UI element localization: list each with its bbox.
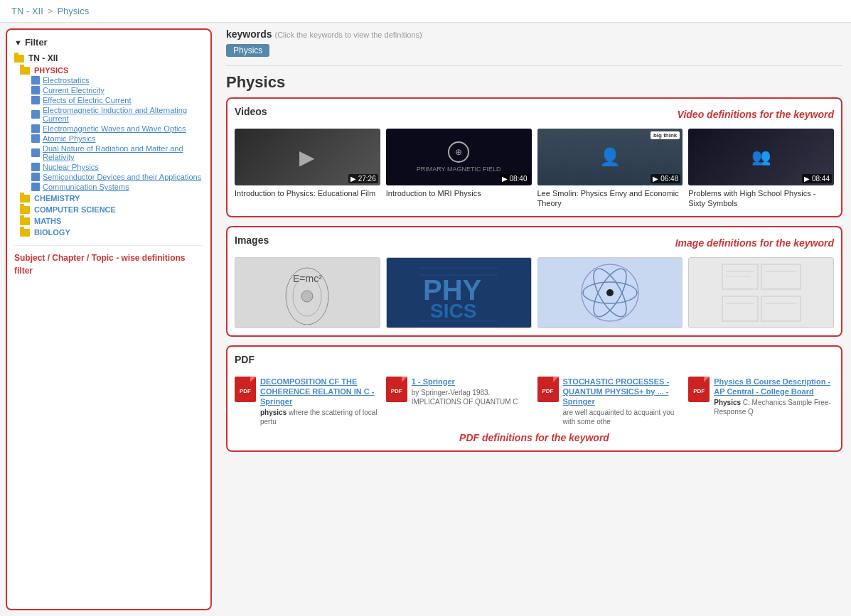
doc-icon — [31, 134, 40, 143]
image-item-4[interactable] — [688, 257, 834, 328]
images-title: Images — [235, 234, 269, 246]
breadcrumb-separator: > — [48, 6, 53, 16]
images-grid: E=mc² PHY SICS — [235, 257, 834, 328]
sidebar-item-computer-science[interactable]: COMPUTER SCIENCE — [20, 205, 203, 214]
doc-icon — [31, 76, 40, 85]
images-header: Images Image definitions for the keyword — [235, 234, 834, 252]
maths-folder-icon — [20, 217, 30, 225]
video-duration-2: ▶ 08:40 — [500, 174, 530, 183]
video-item-3[interactable]: 👤 big think ▶ 06:48 Lee Smolin: Physics … — [537, 129, 683, 209]
divider — [226, 65, 842, 66]
filter-icon: ▼ — [14, 38, 22, 47]
breadcrumb-bar: TN - XII > Physics — [0, 0, 851, 23]
keywords-title: keywords — [226, 28, 272, 40]
sidebar-chapter-dual-nature[interactable]: Dual Nature of Radiation and Matter and … — [31, 144, 203, 161]
svg-point-3 — [301, 291, 313, 302]
filter-label: Filter — [25, 37, 48, 48]
root-label: TN - XII — [28, 53, 58, 63]
pdf-item-1[interactable]: PDF DECOMPOSITION CF THE COHERENCE RELAT… — [235, 377, 380, 427]
video-duration-1: ▶ 27:26 — [348, 174, 378, 183]
pdf-section: PDF PDF DECOMPOSITION CF THE COHERENCE R… — [226, 345, 842, 453]
sidebar-chapter-em-waves[interactable]: Electromagnetic Waves and Wave Optics — [31, 124, 203, 133]
pdf-title-4[interactable]: Physics B Course Description - AP Centra… — [714, 377, 834, 397]
sidebar-footer-text: Subject / Chapter / Topic - wise definit… — [14, 252, 203, 277]
pdf-item-3[interactable]: PDF STOCHASTIC PROCESSES - QUANTUM PHYSI… — [537, 377, 683, 427]
keywords-hint: (Click the keywords to view the definiti… — [274, 31, 422, 39]
video-duration-4: ▶ 08:44 — [802, 174, 832, 183]
pdf-snippet-1: physics where the scattering of local pe… — [260, 408, 380, 426]
sidebar-chapter-em-induction[interactable]: Electromagnetic Induction and Alternatin… — [31, 106, 203, 123]
filter-title: ▼ Filter — [14, 37, 203, 48]
video-item-2[interactable]: ⊕ PRIMARY MAGNETIC FIELD ▶ 08:40 Introdu… — [386, 129, 532, 209]
folder-icon — [14, 55, 24, 63]
sidebar-chapter-semiconductor[interactable]: Semiconductor Devices and their Applicat… — [31, 173, 203, 181]
sidebar-chapter-effects-electric[interactable]: Effects of Electric Current — [31, 96, 203, 104]
pdf-content-1: DECOMPOSITION CF THE COHERENCE RELATION … — [260, 377, 380, 427]
sidebar-item-biology[interactable]: BIOLOGY — [20, 228, 203, 237]
doc-icon — [31, 124, 40, 133]
pdf-item-2[interactable]: PDF 1 - Springer by Springer-Verlag 1983… — [386, 377, 532, 427]
sidebar-chapter-nuclear-physics[interactable]: Nuclear Physics — [31, 163, 203, 171]
pdf-title-1[interactable]: DECOMPOSITION CF THE COHERENCE RELATION … — [260, 377, 380, 407]
pdf-title-3[interactable]: STOCHASTIC PROCESSES - QUANTUM PHYSICS+ … — [563, 377, 683, 407]
keywords-section: keywords (Click the keywords to view the… — [226, 28, 842, 57]
sidebar-tree: TN - XII PHYSICS Electrostatics Current … — [14, 53, 203, 237]
svg-text:SICS: SICS — [430, 300, 476, 322]
sidebar-item-maths[interactable]: MATHS — [20, 217, 203, 225]
video-title-2: Introduction to MRI Physics — [386, 188, 532, 198]
doc-icon — [31, 148, 40, 157]
videos-section: Videos Video definitions for the keyword… — [226, 97, 842, 217]
doc-icon — [31, 173, 40, 181]
video-duration-3: ▶ 06:48 — [651, 174, 680, 183]
image-item-3[interactable] — [537, 257, 683, 328]
breadcrumb-current[interactable]: Physics — [57, 6, 89, 16]
video-title-3: Lee Smolin: Physics Envy and Economic Th… — [537, 188, 683, 209]
video-title-1: Introduction to Physics: Educational Fil… — [235, 188, 380, 198]
pdf-icon-4: PDF — [688, 377, 710, 402]
pdf-icon-1: PDF — [235, 377, 256, 402]
sidebar-item-chemistry[interactable]: CHEMISTRY — [20, 194, 203, 202]
chemistry-folder-icon — [20, 195, 30, 202]
pdf-snippet-2: by Springer-Verlag 1983. IMPLICATIONS OF… — [412, 388, 532, 406]
image-item-1[interactable]: E=mc² — [235, 257, 380, 328]
pdf-label-bottom: PDF definitions for the keyword — [235, 432, 834, 443]
pdf-content-4: Physics B Course Description - AP Centra… — [714, 377, 834, 417]
videos-label-right: Video definitions for the keyword — [267, 109, 834, 120]
pdf-content-3: STOCHASTIC PROCESSES - QUANTUM PHYSICS+ … — [563, 377, 683, 427]
physics-folder-icon — [20, 67, 30, 75]
sidebar-chapter-atomic-physics[interactable]: Atomic Physics — [31, 134, 203, 143]
pdf-content-2: 1 - Springer by Springer-Verlag 1983. IM… — [412, 377, 532, 406]
pdf-snippet-3: are well acquainted to acquaint you with… — [563, 408, 683, 426]
pdf-snippet-4: Physics C: Mechanics Sample Free-Respons… — [714, 398, 834, 416]
sidebar-chapter-communication[interactable]: Communication Systems — [31, 183, 203, 191]
videos-header: Videos Video definitions for the keyword — [235, 106, 834, 123]
main-content: keywords (Click the keywords to view the… — [218, 23, 851, 616]
video-item-4[interactable]: 👥 ▶ 08:44 Problems with High School Phys… — [688, 129, 834, 209]
keywords-label: keywords (Click the keywords to view the… — [226, 28, 422, 40]
svg-text:E=mc²: E=mc² — [293, 273, 322, 284]
pdf-header: PDF — [235, 354, 834, 371]
video-title-4: Problems with High School Physics - Sixt… — [688, 188, 834, 209]
pdf-icon-2: PDF — [386, 377, 407, 402]
video-item-1[interactable]: ▶ ▶ 27:26 Introduction to Physics: Educa… — [235, 129, 380, 209]
images-section: Images Image definitions for the keyword… — [226, 226, 842, 337]
page-title: Physics — [226, 73, 842, 92]
sidebar-chapter-current-electricity[interactable]: Current Electricity — [31, 86, 203, 94]
pdf-item-4[interactable]: PDF Physics B Course Description - AP Ce… — [688, 377, 834, 427]
doc-icon — [31, 163, 40, 171]
pdf-title: PDF — [235, 354, 255, 365]
image-item-2[interactable]: PHY SICS — [386, 257, 532, 328]
biology-folder-icon — [20, 229, 30, 237]
sidebar-item-physics[interactable]: PHYSICS — [20, 66, 203, 75]
pdf-title-2[interactable]: 1 - Springer — [412, 377, 532, 387]
images-label-right: Image definitions for the keyword — [269, 237, 834, 249]
cs-folder-icon — [20, 206, 30, 214]
keyword-tag-physics[interactable]: Physics — [226, 44, 269, 57]
sidebar: ▼ Filter TN - XII PHYSICS Electrostatics… — [6, 28, 212, 610]
breadcrumb-root[interactable]: TN - XII — [11, 6, 43, 16]
doc-icon — [31, 96, 40, 104]
pdf-grid: PDF DECOMPOSITION CF THE COHERENCE RELAT… — [235, 377, 834, 427]
svg-point-14 — [606, 289, 614, 296]
sidebar-chapter-electrostatics[interactable]: Electrostatics — [31, 76, 203, 85]
pdf-icon-3: PDF — [537, 377, 559, 402]
